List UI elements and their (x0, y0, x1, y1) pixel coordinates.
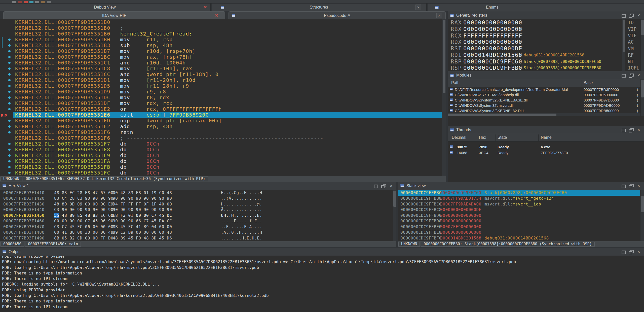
hex-byte[interactable]: CC (167, 219, 172, 223)
hex-byte[interactable]: 45 (151, 219, 157, 223)
stack-row[interactable]: 0000000CDC9FFBE80000000000000000 (398, 230, 644, 235)
hex-row[interactable]: 00007FF7BD3F1440C3 90 90 90 90 90 90 909… (0, 207, 396, 213)
disassembly-view[interactable]: KERNEL32.DLL:00007FF9DB5351B0 KERNEL32.D… (0, 19, 446, 176)
breakpoint-dot[interactable] (8, 160, 11, 162)
hex-byte[interactable]: 8B (54, 236, 59, 240)
disasm-line[interactable]: KERNEL32.DLL:00007FF9DB5351F8 db 0CCh (0, 147, 446, 153)
disasm-line[interactable]: KERNEL32.DLL:00007FF9DB5351D1 mov [r11-2… (0, 77, 446, 83)
disasm-line[interactable]: KERNEL32.DLL:00007FF9DB5351B0 mov r11, r… (0, 37, 446, 43)
hex-byte[interactable]: 90 (167, 207, 172, 212)
hex-byte[interactable]: 90 (85, 207, 90, 212)
hex-byte[interactable]: 90 (151, 196, 157, 201)
breakpoint-dot[interactable] (8, 154, 11, 157)
disasm-line[interactable]: KERNEL32.DLL:00007FF9DB5351F6 ; --------… (0, 135, 446, 141)
hex-byte[interactable]: 00 (100, 224, 105, 229)
breakpoint-dot[interactable] (8, 39, 11, 41)
stack-scrollbar[interactable] (640, 190, 644, 241)
hex-byte[interactable]: 90 (159, 196, 164, 201)
hex-byte[interactable]: 28 (69, 196, 74, 201)
hex-byte[interactable]: 0F (144, 202, 149, 206)
hex-byte[interactable]: 00 (144, 230, 149, 235)
scrollbar-thumb[interactable] (443, 20, 445, 93)
toolbar-icon[interactable] (12, 1, 16, 3)
column-header-path[interactable]: Path (451, 81, 460, 85)
tab-pseudocode-a[interactable]: Pseudocode-A × (229, 11, 446, 19)
float-icon[interactable] (628, 73, 634, 78)
hex-byte[interactable]: C7 (151, 213, 157, 218)
hex-byte[interactable]: DA (159, 219, 164, 223)
stack-list[interactable]: 0000000CDC9FFBB00000000CDC9FFC60Stack[00… (398, 190, 644, 241)
disasm-line[interactable]: KERNEL32.DLL:00007FF9DB5351F7 db 0CCh (0, 141, 446, 147)
hex-byte[interactable]: B8 (69, 230, 74, 235)
restore-icon[interactable] (620, 127, 626, 133)
hex-byte[interactable]: FF (121, 202, 126, 206)
hex-byte[interactable]: 00 (93, 236, 98, 240)
disasm-line[interactable]: KERNEL32.DLL:00007FF9DB5351B0 ; (0, 25, 446, 31)
register-row[interactable]: RAX0000000000000000↵ (448, 19, 644, 26)
output-log[interactable]: PDB: using PDBIDA providerPDB: downloadi… (0, 256, 644, 312)
hex-byte[interactable]: 48 (85, 213, 90, 218)
disasm-line[interactable]: KERNEL32.DLL:00007FF9DB5351D9 mov r9, r8 (0, 89, 446, 95)
breakpoint-dot[interactable] (8, 73, 11, 76)
module-row[interactable]: C:\WINDOWS\System32\KERNELBASE.dll00007F… (448, 97, 640, 103)
register-value[interactable]: 0000000000000000 (463, 19, 522, 26)
breakpoint-dot[interactable] (8, 143, 11, 145)
hex-byte[interactable]: 48 (54, 190, 59, 195)
stack-value[interactable]: 0000000000000000 (440, 213, 481, 218)
register-value[interactable]: 0000014BDC201568 (463, 52, 522, 58)
hex-byte[interactable]: 48 (62, 213, 67, 218)
hex-byte[interactable]: 00 (144, 213, 149, 218)
hex-byte[interactable]: 00 (167, 224, 172, 229)
flags-scrollbar[interactable] (640, 19, 644, 71)
hex-byte[interactable]: B2 (69, 236, 74, 240)
hex-byte[interactable]: C3 (77, 196, 82, 201)
stack-value[interactable]: 00007FF9DAE4DA00 (440, 201, 481, 207)
disasm-line[interactable]: KERNEL32.DLL:00007FF9DB5351FA db 0CCh (0, 158, 446, 164)
float-icon[interactable] (628, 127, 634, 133)
hex-row[interactable]: 00007FF7BD3F148000 41 B8 00 30 00 00 488… (0, 230, 396, 235)
disasm-line[interactable]: KERNEL32.DLL:00007FF9DB5351E2 or rcx, 0F… (0, 106, 446, 112)
close-icon[interactable]: × (635, 73, 642, 78)
hex-byte[interactable]: 90 (167, 196, 172, 201)
hex-byte[interactable]: 90 (62, 207, 67, 212)
breakpoint-dot[interactable] (8, 62, 11, 64)
hex-byte[interactable]: EC (69, 190, 74, 195)
close-icon[interactable]: × (635, 127, 642, 133)
register-value[interactable]: 00000000000000DE (463, 45, 522, 52)
breakpoint-dot[interactable] (8, 96, 11, 99)
restore-icon[interactable] (372, 183, 379, 189)
hex-byte[interactable]: 90 (77, 207, 82, 212)
column-header-hex[interactable]: Hex (479, 135, 486, 140)
float-icon[interactable] (628, 249, 634, 255)
hex-row[interactable]: 00007FF7BD3F146000 00 00 00 C7 45 D6 909… (0, 218, 396, 224)
hex-byte[interactable]: 48 (167, 190, 172, 195)
scrollbar-thumb[interactable] (623, 20, 625, 52)
hex-byte[interactable]: 90 (121, 207, 126, 212)
hex-byte[interactable]: 09 (77, 202, 82, 206)
disasm-line[interactable]: KERNEL32.DLL:00007FF9DB5351D5 mov [r11-2… (0, 83, 446, 89)
hex-byte[interactable]: 90 (93, 196, 98, 201)
breakpoint-dot[interactable] (8, 56, 11, 58)
hex-byte[interactable]: 90 (100, 196, 105, 201)
hex-row[interactable]: 00007FF7BD3F145055 48 89 E5 48 83 EC 60E… (0, 213, 396, 218)
hex-byte[interactable]: 90 (128, 196, 133, 201)
stack-value[interactable]: 0000000000000000 (440, 218, 481, 224)
stack-row[interactable]: 0000000CDC9FFBE000007FF900000000 (398, 224, 644, 230)
hex-byte[interactable]: 00 (93, 202, 98, 206)
disasm-line[interactable]: KERNEL32.DLL:00007FF9DB5351FC db 0CCh (0, 170, 446, 176)
hex-byte[interactable]: 04 (151, 224, 157, 229)
hex-byte[interactable]: F8 (136, 190, 141, 195)
hex-byte[interactable]: 00 (77, 230, 82, 235)
hex-byte[interactable]: 00 (159, 230, 164, 235)
column-divider[interactable] (635, 80, 635, 86)
hex-byte[interactable]: 8B (113, 224, 118, 229)
column-header-base[interactable]: Base (584, 81, 593, 85)
disasm-line[interactable]: KERNEL32.DLL:00007FF9DB5351C8 mov [r11-1… (0, 66, 446, 72)
thread-row[interactable]: 160683EC4Ready7FF9DC2778F0 (448, 150, 644, 156)
scrollbar-thumb[interactable] (641, 20, 644, 35)
hex-byte[interactable]: 45 (69, 224, 74, 229)
column-divider[interactable] (582, 80, 582, 86)
toolbar-icon[interactable] (18, 1, 22, 3)
hex-byte[interactable]: 90 (159, 207, 164, 212)
toolbar-icon[interactable] (47, 1, 51, 3)
